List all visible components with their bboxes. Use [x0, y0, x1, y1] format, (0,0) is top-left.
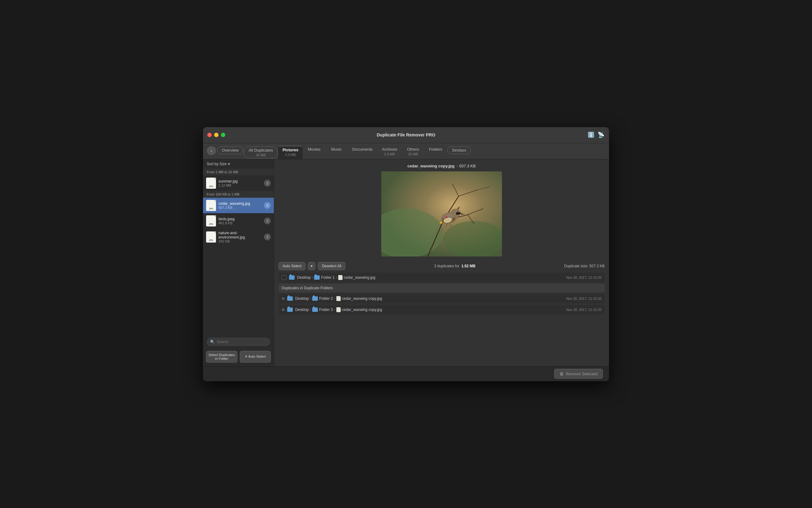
tab-similars[interactable]: Similars: [447, 146, 471, 154]
search-input-wrap[interactable]: 🔍: [207, 338, 270, 346]
original-file-row[interactable]: Desktop › Folder 1 › cedar_waxwing.jpg N…: [279, 272, 605, 283]
svg-point-16: [458, 212, 459, 213]
sort-button[interactable]: Sort by Size ▾: [203, 159, 274, 169]
preview-area: cedar_waxwing copy.jpg - 507.3 KB: [274, 159, 609, 260]
main-panel: cedar_waxwing copy.jpg - 507.3 KB: [274, 159, 609, 366]
dup-section-header: Duplicates in Duplicate Folders: [279, 284, 605, 292]
sidebar-search: 🔍: [203, 335, 274, 348]
file-checkbox[interactable]: [282, 275, 287, 280]
folder-icon: [312, 307, 318, 312]
preview-title: cedar_waxwing copy.jpg - 507.3 KB: [408, 164, 476, 168]
duplicate-count-badge: 3: [264, 202, 271, 209]
svg-point-15: [457, 212, 459, 213]
bottom-bar: 🗑 Remove Selected: [203, 366, 609, 381]
window-title: Duplicate File Remover PRO: [377, 132, 435, 137]
file-icon: JPG: [206, 215, 216, 226]
dup-size-info: Duplicate size: 507.3 KB: [564, 264, 605, 268]
app-window: Duplicate File Remover PRO ℹ️ 📡 ‹ Overvi…: [203, 127, 609, 381]
content-area: Sort by Size ▾ From 1 MB to 10 MB JPG su…: [203, 159, 609, 366]
sidebar: Sort by Size ▾ From 1 MB to 10 MB JPG su…: [203, 159, 274, 366]
folder-icon: [289, 276, 295, 280]
remove-selected-label: Remove Selected: [566, 372, 598, 376]
file-icon-small: [336, 307, 341, 312]
sidebar-buttons: Select Duplicates in Folder ✳ Auto Selec…: [203, 348, 274, 366]
sidebar-item-nature[interactable]: JPG nature-and-environment.jpg 242 KB 3: [203, 228, 274, 245]
sidebar-item-birds[interactable]: JPG birds.jpeg 461.8 KB 3: [203, 213, 274, 228]
file-icon: JPG: [206, 200, 216, 211]
traffic-lights: [207, 133, 225, 137]
auto-select-button[interactable]: ✳ Auto Select: [240, 351, 271, 363]
sidebar-item-info: summer.jpg 1.12 MB: [218, 179, 261, 187]
file-icon: JPG: [206, 231, 216, 243]
auto-select-button[interactable]: Auto Select: [279, 262, 305, 270]
expand-icon: ⊕: [282, 307, 285, 312]
duplicate-list-area: Auto Select ▾ Deselect All 3 duplicates …: [274, 260, 609, 366]
folder-icon: [314, 276, 320, 280]
duplicate-count-badge: 3: [264, 234, 271, 240]
trash-icon: 🗑: [559, 371, 564, 376]
expand-icon: ⊕: [282, 296, 285, 301]
info-icon[interactable]: ℹ️: [587, 131, 595, 139]
sidebar-group-header-2: From 100 KB to 1 MB: [203, 191, 274, 198]
close-button[interactable]: [207, 133, 212, 137]
tab-music[interactable]: Music: [326, 146, 347, 154]
toolbar: ‹ Overview All Duplicates 33 MB Pictures…: [203, 143, 609, 159]
title-bar-actions: ℹ️ 📡: [587, 131, 605, 139]
file-icon: JPG: [206, 178, 216, 189]
breadcrumb-path: Desktop › Folder 2 › cedar_waxwing copy.…: [295, 296, 564, 301]
tab-overview[interactable]: Overview: [217, 146, 243, 154]
tab-others[interactable]: Others 25 MB: [402, 146, 424, 158]
tab-folders[interactable]: Folders: [425, 146, 446, 154]
tab-archives[interactable]: Archives 5.9 MB: [378, 146, 402, 158]
maximize-button[interactable]: [221, 133, 225, 137]
file-icon-small: [338, 275, 343, 280]
file-icon-small: [336, 296, 341, 301]
title-bar: Duplicate File Remover PRO ℹ️ 📡: [203, 127, 609, 143]
duplicate-count-badge: 3: [264, 217, 271, 224]
deselect-all-button[interactable]: Deselect All: [318, 262, 345, 270]
folder-icon: [287, 307, 293, 312]
sidebar-item-info: birds.jpeg 461.8 KB: [218, 217, 261, 225]
sidebar-group-header-1: From 1 MB to 10 MB: [203, 169, 274, 175]
breadcrumb-path: Desktop › Folder 1 › cedar_waxwing.jpg: [297, 275, 564, 280]
remove-selected-button[interactable]: 🗑 Remove Selected: [554, 369, 603, 379]
duplicate-file-row[interactable]: ⊕ Desktop › Folder 2 › cedar_waxwing cop…: [279, 294, 605, 303]
tab-documents[interactable]: Documents: [348, 146, 377, 154]
folder-icon: [287, 296, 293, 301]
sidebar-item-summer[interactable]: JPG summer.jpg 1.12 MB 3: [203, 175, 274, 191]
minimize-button[interactable]: [214, 133, 218, 137]
svg-point-17: [445, 216, 447, 218]
duplicate-count-badge: 3: [264, 180, 271, 186]
preview-image: [381, 171, 502, 256]
sidebar-item-info: cedar_waxwing.jpg 507.3 KB: [218, 201, 261, 209]
dup-controls: Auto Select ▾ Deselect All 3 duplicates …: [279, 260, 605, 272]
back-button[interactable]: ‹: [207, 146, 216, 155]
tabs-group: Overview All Duplicates 33 MB Pictures 2…: [217, 146, 605, 159]
folder-icon: [312, 296, 318, 301]
tab-movies[interactable]: Movies: [303, 146, 325, 154]
sidebar-item-cedar[interactable]: JPG cedar_waxwing.jpg 507.3 KB 3: [203, 198, 274, 213]
tab-pictures[interactable]: Pictures 2.3 MB: [278, 146, 303, 159]
sidebar-item-info: nature-and-environment.jpg 242 KB: [218, 231, 261, 243]
preview-image-wrap: [381, 171, 502, 256]
search-icon: 🔍: [210, 340, 215, 344]
duplicate-file-row[interactable]: ⊕ Desktop › Folder 3 › cedar_waxwing cop…: [279, 305, 605, 314]
tab-all-duplicates[interactable]: All Duplicates 33 MB: [244, 146, 277, 158]
breadcrumb-path: Desktop › Folder 3 › cedar_waxwing copy.…: [295, 307, 564, 312]
search-input[interactable]: [217, 340, 267, 344]
auto-select-dropdown[interactable]: ▾: [308, 262, 315, 270]
wifi-icon[interactable]: 📡: [597, 131, 605, 139]
select-duplicates-button[interactable]: Select Duplicates in Folder: [206, 351, 237, 363]
dup-stats: 3 duplicates for 1.52 MB: [348, 264, 562, 268]
